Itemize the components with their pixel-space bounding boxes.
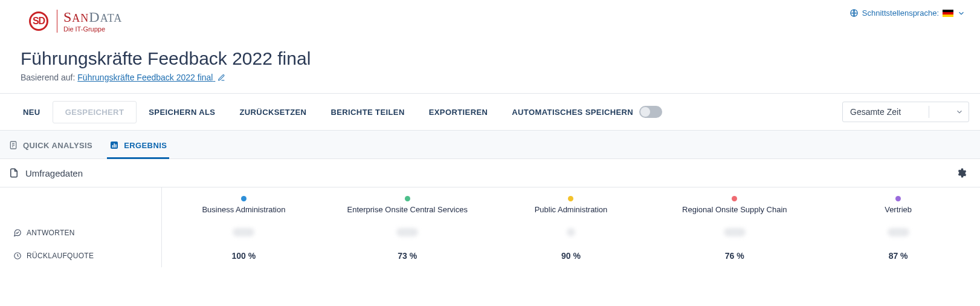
antworten-cell: [326, 222, 489, 244]
blurred-value: [233, 228, 254, 236]
antworten-cell: [489, 222, 653, 244]
chevron-down-icon: [955, 108, 964, 116]
brand-tagline: Die IT-Gruppe: [63, 26, 122, 33]
tab-quick-analysis[interactable]: QUICK ANALYSIS: [0, 131, 101, 158]
autosave-toggle[interactable]: [639, 106, 662, 118]
globe-icon: [849, 8, 859, 18]
rate-cell: 100 %: [162, 245, 326, 267]
row-label-empty: [0, 187, 162, 221]
rate-value: 87 %: [889, 251, 908, 261]
rate-value: 100 %: [232, 251, 256, 261]
rate-value: 76 %: [725, 251, 744, 261]
based-on-prefix: Basierend auf:: [21, 73, 75, 82]
brand-mark-icon: SD: [29, 11, 48, 31]
column-name: Vertrieb: [885, 205, 912, 214]
rate-cell: 87 %: [816, 245, 980, 267]
column-name: Business Administration: [202, 205, 285, 214]
autosave-toggle-group: AUTOMATISCHES SPEICHERN: [500, 100, 674, 124]
series-dot-icon: [568, 196, 573, 201]
document-icon: [8, 168, 19, 178]
share-reports-button[interactable]: BERICHTE TEILEN: [318, 102, 416, 123]
column-name: Regional Onsite Supply Chain: [682, 205, 787, 214]
tab-label: QUICK ANALYSIS: [23, 141, 92, 150]
column-name: Enterprise Onsite Central Services: [347, 205, 467, 214]
column-header: Business Administration: [162, 187, 326, 221]
blurred-value: [724, 228, 746, 236]
export-button[interactable]: EXPORTIEREN: [417, 102, 500, 123]
brand-name-part: D: [89, 10, 100, 24]
language-label: Schnittstellensprache:: [862, 8, 939, 18]
table-row-ruecklauf: RÜCKLAUFQUOTE 100 %73 %90 %76 %87 %: [0, 244, 980, 267]
clock-icon: [13, 252, 22, 260]
separator: [929, 106, 929, 118]
column-header: Public Administration: [489, 187, 653, 221]
antworten-cell: [816, 222, 980, 244]
tab-result[interactable]: ERGEBNIS: [101, 131, 175, 158]
rate-cell: 73 %: [326, 245, 489, 267]
svg-rect-3: [112, 145, 114, 148]
series-dot-icon: [405, 196, 410, 201]
antworten-cell: [653, 222, 816, 244]
time-filter-value: Gesamte Zeit: [850, 107, 901, 117]
brand-name-part: AN: [72, 13, 89, 24]
brand-name-part: S: [63, 10, 72, 24]
column-header: Regional Onsite Supply Chain: [653, 187, 816, 221]
series-dot-icon: [895, 196, 901, 201]
time-filter-select[interactable]: Gesamte Zeit: [842, 102, 969, 122]
check-message-icon: [13, 229, 22, 237]
chart-icon: [109, 140, 119, 150]
column-header: Vertrieb: [816, 187, 980, 221]
column-header: Enterprise Onsite Central Services: [326, 187, 489, 221]
new-button[interactable]: NEU: [11, 102, 53, 123]
rate-cell: 76 %: [653, 245, 816, 267]
section-title: Umfragedaten: [25, 168, 83, 178]
autosave-label: AUTOMATISCHES SPEICHERN: [512, 108, 633, 117]
tab-label: ERGEBNIS: [124, 141, 167, 150]
flag-de-icon: [943, 10, 953, 17]
language-switcher[interactable]: Schnittstellensprache:: [849, 6, 965, 18]
save-as-button[interactable]: SPEICHERN ALS: [137, 102, 227, 123]
table-header-row: Business AdministrationEnterprise Onsite…: [0, 187, 980, 221]
based-on-link-text: Führungskräfte Feedback 2022 final: [77, 73, 213, 82]
brand-logo: SD S AN D ATA Die IT-Gruppe: [29, 6, 128, 36]
series-dot-icon: [241, 196, 247, 201]
blurred-value: [567, 228, 575, 236]
data-table: Business AdministrationEnterprise Onsite…: [0, 187, 980, 267]
row-label-text: ANTWORTEN: [27, 229, 75, 237]
rate-cell: 90 %: [489, 245, 653, 267]
tabs: QUICK ANALYSIS ERGEBNIS: [0, 131, 980, 159]
antworten-cell: [162, 222, 326, 244]
svg-rect-5: [115, 145, 117, 148]
survey-icon: [8, 140, 18, 150]
gear-icon[interactable]: [956, 168, 967, 178]
table-row-antworten: ANTWORTEN: [0, 221, 980, 244]
saved-button: GESPEICHERT: [53, 101, 137, 123]
blurred-value: [888, 228, 909, 236]
toolbar: NEU GESPEICHERT SPEICHERN ALS ZURÜCKSETZ…: [0, 93, 980, 131]
chevron-down-icon: [957, 9, 965, 18]
blurred-value: [396, 228, 418, 236]
section-header: Umfragedaten: [0, 159, 980, 187]
rate-value: 90 %: [561, 251, 581, 261]
series-dot-icon: [732, 196, 737, 201]
reset-button[interactable]: ZURÜCKSETZEN: [227, 102, 318, 123]
brand-name-part: ATA: [100, 13, 123, 24]
rate-value: 73 %: [398, 251, 417, 261]
column-name: Public Administration: [535, 205, 608, 214]
svg-rect-4: [114, 143, 115, 148]
row-label-antworten: ANTWORTEN: [0, 221, 162, 244]
page-title: Führungskräfte Feedback 2022 final: [21, 48, 980, 69]
based-on-link[interactable]: Führungskräfte Feedback 2022 final: [77, 73, 225, 82]
row-label-text: RÜCKLAUFQUOTE: [27, 252, 94, 260]
row-label-ruecklauf: RÜCKLAUFQUOTE: [0, 244, 162, 267]
edit-icon: [218, 74, 225, 82]
